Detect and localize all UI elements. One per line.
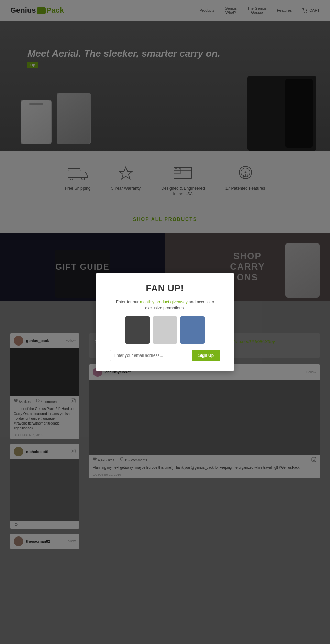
modal-overlay[interactable]: FAN UP! Enter for our monthly product gi… (0, 0, 330, 563)
signup-button[interactable]: Sign Up (192, 350, 220, 361)
fan-up-modal: FAN UP! Enter for our monthly product gi… (96, 273, 234, 371)
modal-form: Sign Up (110, 350, 220, 361)
email-input[interactable] (110, 350, 190, 361)
modal-product-images (110, 316, 220, 344)
modal-product-1 (125, 316, 150, 344)
modal-desc-start: Enter for our (116, 300, 140, 304)
modal-title: FAN UP! (110, 283, 220, 294)
modal-product-3 (180, 316, 205, 344)
modal-giveaway-link[interactable]: monthly product giveaway (140, 300, 188, 304)
modal-description: Enter for our monthly product giveaway a… (110, 299, 220, 311)
modal-product-2 (153, 316, 177, 344)
